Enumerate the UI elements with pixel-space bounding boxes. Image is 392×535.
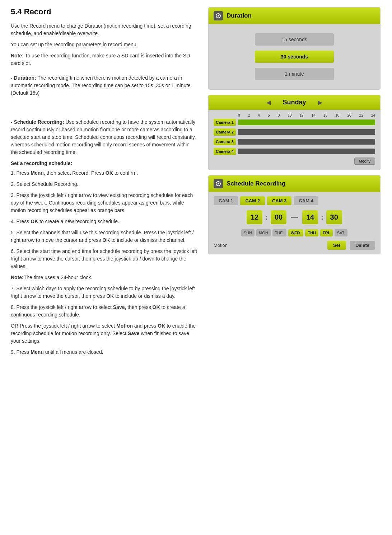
modify-row: Modify <box>214 158 375 165</box>
camera-row-1: Camera 1 <box>214 119 375 126</box>
camera-1-timeline <box>238 119 375 125</box>
schedule-rec-icon <box>214 179 223 188</box>
camera-4-timeline <box>238 149 375 154</box>
motion-label: Motion <box>214 243 228 248</box>
step-7: 7. Select which days to apply the record… <box>11 285 197 300</box>
start-hour-box[interactable]: 12 <box>247 210 262 224</box>
duration-options: 15 seconds 30 seconds 1 minute <box>214 30 374 84</box>
duration-panel-header: Duration <box>209 8 380 24</box>
set-btn[interactable]: Set <box>327 241 346 250</box>
duration-panel: Duration 15 seconds 30 seconds 1 minute <box>208 7 381 90</box>
step-9: 9. Press Menu until all menus are closed… <box>11 348 197 356</box>
day-fri[interactable]: FRI. <box>320 229 333 236</box>
day-tue[interactable]: TUE. <box>272 229 286 236</box>
duration-desc: - Duration: The recording time when ther… <box>11 74 197 97</box>
svg-point-3 <box>218 183 219 184</box>
step-8b: OR Press the joystick left / right arrow… <box>11 322 197 345</box>
day-sat[interactable]: SAT. <box>335 229 347 236</box>
end-hour-box[interactable]: 14 <box>302 210 318 224</box>
day-wed[interactable]: WED. <box>288 229 304 236</box>
duration-1min[interactable]: 1 minute <box>255 68 334 80</box>
action-row: Motion Set Delete <box>214 241 375 250</box>
step-5: 5. Select the channels that will use thi… <box>11 229 197 244</box>
intro-para-1: Use the Record menu to change Duration(m… <box>11 22 197 37</box>
schedule-rec-header: Schedule Recording <box>209 175 380 192</box>
duration-icon <box>214 11 223 20</box>
duration-30s[interactable]: 30 seconds <box>255 51 334 63</box>
schedule-rec-panel: Schedule Recording CAM 1 CAM 2 CAM 3 CAM… <box>208 175 381 254</box>
start-colon: : <box>265 213 268 221</box>
cam-tabs: CAM 1 CAM 2 CAM 3 CAM 4 <box>214 196 375 205</box>
end-colon: : <box>321 213 323 221</box>
note-para: Note: To use the recording function, mak… <box>11 52 197 67</box>
camera-3-timeline <box>238 139 375 145</box>
camera-1-btn[interactable]: Camera 1 <box>214 119 236 126</box>
step-1: 1. Press Menu, then select Record. Press… <box>11 169 197 177</box>
timeline-hours: 0 2 4 5 8 10 12 14 16 18 20 22 24 <box>238 113 375 117</box>
schedule-rec-title: Schedule Recording <box>227 180 285 187</box>
intro-para-2: You can set up the recording parameters … <box>11 41 197 48</box>
set-schedule-heading: Set a recording schedule: <box>11 160 197 167</box>
day-thu[interactable]: THU <box>305 229 318 236</box>
camera-row-2: Camera 2 <box>214 128 375 136</box>
duration-title: Duration <box>227 12 252 19</box>
start-min-box[interactable]: 00 <box>271 210 286 224</box>
modify-btn[interactable]: Modify <box>354 158 375 165</box>
cam-tab-3[interactable]: CAM 3 <box>267 196 291 205</box>
camera-2-timeline <box>238 129 375 135</box>
camera-row-4: Camera 4 <box>214 148 375 155</box>
schedule-desc: - Schedule Recording: Use scheduled reco… <box>11 118 197 156</box>
svg-point-1 <box>218 15 219 17</box>
cam-tab-4[interactable]: CAM 4 <box>294 196 318 205</box>
step-2: 2. Select Schedule Recording. <box>11 180 197 188</box>
cam-tab-1[interactable]: CAM 1 <box>214 196 238 205</box>
step-3: 3. Press the joystick left / right arrow… <box>11 192 197 214</box>
timeline-header: 0 2 4 5 8 10 12 14 16 18 20 22 24 <box>238 113 375 117</box>
end-min-box[interactable]: 30 <box>326 210 342 224</box>
next-day-arrow[interactable]: ▶ <box>318 99 322 106</box>
camera-2-btn[interactable]: Camera 2 <box>214 128 236 136</box>
step-note: Note:The time uses a 24-hour clock. <box>11 274 197 281</box>
prev-day-arrow[interactable]: ◀ <box>266 99 271 106</box>
camera-3-btn[interactable]: Camera 3 <box>214 138 236 145</box>
delete-btn[interactable]: Delete <box>350 241 375 250</box>
schedule-rec-body: CAM 1 CAM 2 CAM 3 CAM 4 12 : 00 — 14 : 3… <box>209 192 380 254</box>
step-8a: 8. Press the joystcik left / right arrow… <box>11 304 197 319</box>
page-title: 5.4 Record <box>11 7 197 17</box>
day-label: Sunday <box>276 99 312 106</box>
cam-tab-2[interactable]: CAM 2 <box>240 196 265 205</box>
day-mon[interactable]: MON <box>256 229 271 236</box>
days-row: SUN MON TUE. WED. THU FRI. SAT. <box>214 229 375 236</box>
time-range-row: 12 : 00 — 14 : 30 <box>214 210 375 224</box>
day-sun[interactable]: SUN <box>241 229 255 236</box>
camera-row-3: Camera 3 <box>214 138 375 145</box>
camera-4-btn[interactable]: Camera 4 <box>214 148 236 155</box>
schedule-day-panel: ◀ Sunday ▶ 0 2 4 5 8 10 12 14 16 <box>208 95 381 170</box>
timeline-area: 0 2 4 5 8 10 12 14 16 18 20 22 24 <box>209 110 380 170</box>
step-4: 4. Press OK to create a new recording sc… <box>11 218 197 225</box>
time-dash: — <box>291 213 298 221</box>
day-selector: ◀ Sunday ▶ <box>209 95 380 110</box>
step-6: 6. Select the start time and end time fo… <box>11 248 197 270</box>
duration-15s[interactable]: 15 seconds <box>255 33 334 46</box>
